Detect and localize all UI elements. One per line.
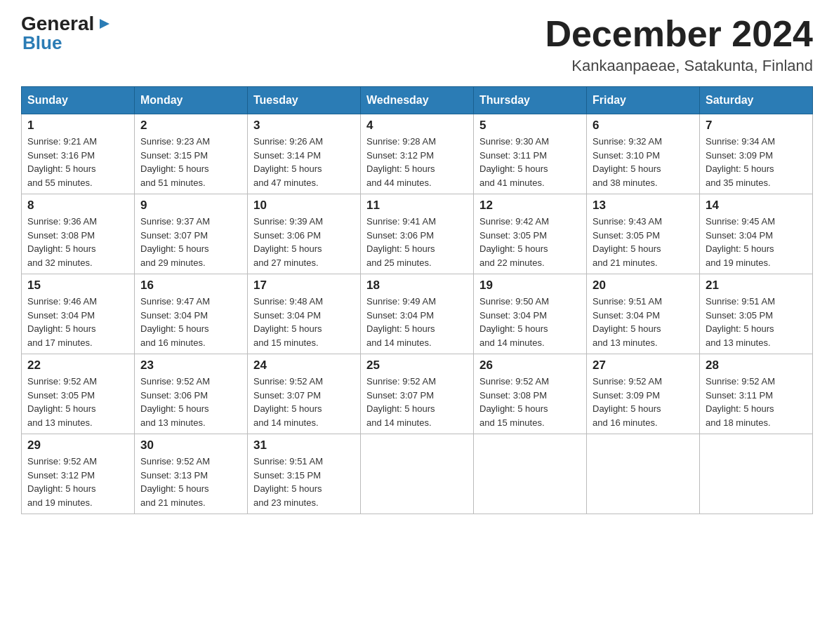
day-number: 17	[253, 279, 355, 293]
day-info: Sunrise: 9:52 AMSunset: 3:06 PMDaylight:…	[140, 375, 241, 429]
calendar-day-cell: 6Sunrise: 9:32 AMSunset: 3:10 PMDaylight…	[587, 114, 700, 194]
day-number: 22	[27, 358, 128, 373]
col-header-tuesday: Tuesday	[248, 87, 361, 114]
day-number: 28	[706, 358, 807, 373]
calendar-week-row: 22Sunrise: 9:52 AMSunset: 3:05 PMDayligh…	[22, 354, 813, 434]
empty-cell	[361, 434, 474, 514]
day-number: 24	[253, 358, 355, 373]
svg-marker-0	[100, 19, 110, 29]
day-number: 27	[593, 358, 694, 373]
col-header-saturday: Saturday	[700, 87, 813, 114]
day-number: 8	[27, 199, 128, 213]
day-number: 29	[27, 438, 128, 452]
day-info: Sunrise: 9:46 AMSunset: 3:04 PMDaylight:…	[27, 295, 128, 349]
day-info: Sunrise: 9:39 AMSunset: 3:06 PMDaylight:…	[253, 215, 355, 269]
day-number: 9	[140, 199, 241, 213]
logo: General Blue	[21, 14, 112, 52]
col-header-friday: Friday	[587, 87, 700, 114]
calendar-day-cell: 28Sunrise: 9:52 AMSunset: 3:11 PMDayligh…	[700, 354, 813, 434]
day-info: Sunrise: 9:52 AMSunset: 3:08 PMDaylight:…	[479, 375, 581, 429]
calendar-day-cell: 18Sunrise: 9:49 AMSunset: 3:04 PMDayligh…	[361, 274, 474, 354]
col-header-wednesday: Wednesday	[361, 87, 474, 114]
calendar-day-cell: 20Sunrise: 9:51 AMSunset: 3:04 PMDayligh…	[587, 274, 700, 354]
day-info: Sunrise: 9:28 AMSunset: 3:12 PMDaylight:…	[366, 135, 468, 189]
calendar-day-cell: 8Sunrise: 9:36 AMSunset: 3:08 PMDaylight…	[22, 194, 135, 274]
calendar-day-cell: 2Sunrise: 9:23 AMSunset: 3:15 PMDaylight…	[135, 114, 248, 194]
calendar-day-cell: 17Sunrise: 9:48 AMSunset: 3:04 PMDayligh…	[248, 274, 361, 354]
day-number: 23	[140, 358, 241, 373]
day-info: Sunrise: 9:52 AMSunset: 3:07 PMDaylight:…	[253, 375, 355, 429]
calendar-day-cell: 5Sunrise: 9:30 AMSunset: 3:11 PMDaylight…	[474, 114, 587, 194]
day-info: Sunrise: 9:32 AMSunset: 3:10 PMDaylight:…	[593, 135, 694, 189]
day-info: Sunrise: 9:37 AMSunset: 3:07 PMDaylight:…	[140, 215, 241, 269]
calendar-day-cell: 14Sunrise: 9:45 AMSunset: 3:04 PMDayligh…	[700, 194, 813, 274]
month-title: December 2024	[545, 14, 813, 54]
day-info: Sunrise: 9:26 AMSunset: 3:14 PMDaylight:…	[253, 135, 355, 189]
calendar-day-cell: 23Sunrise: 9:52 AMSunset: 3:06 PMDayligh…	[135, 354, 248, 434]
location-text: Kankaanpaeae, Satakunta, Finland	[545, 57, 813, 75]
calendar-day-cell: 25Sunrise: 9:52 AMSunset: 3:07 PMDayligh…	[361, 354, 474, 434]
calendar-day-cell: 31Sunrise: 9:51 AMSunset: 3:15 PMDayligh…	[248, 434, 361, 514]
day-info: Sunrise: 9:52 AMSunset: 3:13 PMDaylight:…	[140, 455, 241, 509]
page-header: General Blue December 2024 Kankaanpaeae,…	[21, 14, 813, 75]
calendar-header-row: SundayMondayTuesdayWednesdayThursdayFrid…	[22, 87, 813, 114]
day-number: 4	[366, 119, 468, 133]
logo-blue-text: Blue	[22, 34, 112, 52]
day-info: Sunrise: 9:52 AMSunset: 3:07 PMDaylight:…	[366, 375, 468, 429]
day-number: 5	[479, 119, 581, 133]
day-info: Sunrise: 9:51 AMSunset: 3:15 PMDaylight:…	[253, 455, 355, 509]
day-number: 18	[366, 279, 468, 293]
calendar-day-cell: 21Sunrise: 9:51 AMSunset: 3:05 PMDayligh…	[700, 274, 813, 354]
empty-cell	[474, 434, 587, 514]
day-info: Sunrise: 9:48 AMSunset: 3:04 PMDaylight:…	[253, 295, 355, 349]
day-info: Sunrise: 9:52 AMSunset: 3:11 PMDaylight:…	[706, 375, 807, 429]
day-info: Sunrise: 9:43 AMSunset: 3:05 PMDaylight:…	[593, 215, 694, 269]
day-info: Sunrise: 9:47 AMSunset: 3:04 PMDaylight:…	[140, 295, 241, 349]
calendar-week-row: 8Sunrise: 9:36 AMSunset: 3:08 PMDaylight…	[22, 194, 813, 274]
day-info: Sunrise: 9:49 AMSunset: 3:04 PMDaylight:…	[366, 295, 468, 349]
calendar-day-cell: 10Sunrise: 9:39 AMSunset: 3:06 PMDayligh…	[248, 194, 361, 274]
calendar-day-cell: 19Sunrise: 9:50 AMSunset: 3:04 PMDayligh…	[474, 274, 587, 354]
calendar-day-cell: 30Sunrise: 9:52 AMSunset: 3:13 PMDayligh…	[135, 434, 248, 514]
calendar-day-cell: 22Sunrise: 9:52 AMSunset: 3:05 PMDayligh…	[22, 354, 135, 434]
day-number: 1	[27, 119, 128, 133]
calendar-day-cell: 13Sunrise: 9:43 AMSunset: 3:05 PMDayligh…	[587, 194, 700, 274]
title-section: December 2024 Kankaanpaeae, Satakunta, F…	[545, 14, 813, 75]
day-info: Sunrise: 9:52 AMSunset: 3:12 PMDaylight:…	[27, 455, 128, 509]
day-number: 20	[593, 279, 694, 293]
day-number: 30	[140, 438, 241, 452]
day-number: 12	[479, 199, 581, 213]
day-number: 14	[706, 199, 807, 213]
day-number: 6	[593, 119, 694, 133]
col-header-monday: Monday	[135, 87, 248, 114]
day-info: Sunrise: 9:21 AMSunset: 3:16 PMDaylight:…	[27, 135, 128, 189]
calendar-day-cell: 15Sunrise: 9:46 AMSunset: 3:04 PMDayligh…	[22, 274, 135, 354]
col-header-sunday: Sunday	[22, 87, 135, 114]
calendar-day-cell: 12Sunrise: 9:42 AMSunset: 3:05 PMDayligh…	[474, 194, 587, 274]
logo-line1: General	[21, 14, 112, 34]
day-number: 3	[253, 119, 355, 133]
calendar-week-row: 29Sunrise: 9:52 AMSunset: 3:12 PMDayligh…	[22, 434, 813, 514]
day-info: Sunrise: 9:51 AMSunset: 3:04 PMDaylight:…	[593, 295, 694, 349]
day-number: 25	[366, 358, 468, 373]
day-info: Sunrise: 9:45 AMSunset: 3:04 PMDaylight:…	[706, 215, 807, 269]
day-info: Sunrise: 9:42 AMSunset: 3:05 PMDaylight:…	[479, 215, 581, 269]
calendar-day-cell: 24Sunrise: 9:52 AMSunset: 3:07 PMDayligh…	[248, 354, 361, 434]
day-number: 31	[253, 438, 355, 452]
day-info: Sunrise: 9:23 AMSunset: 3:15 PMDaylight:…	[140, 135, 241, 189]
day-info: Sunrise: 9:52 AMSunset: 3:05 PMDaylight:…	[27, 375, 128, 429]
day-info: Sunrise: 9:36 AMSunset: 3:08 PMDaylight:…	[27, 215, 128, 269]
day-info: Sunrise: 9:41 AMSunset: 3:06 PMDaylight:…	[366, 215, 468, 269]
day-info: Sunrise: 9:51 AMSunset: 3:05 PMDaylight:…	[706, 295, 807, 349]
calendar-day-cell: 26Sunrise: 9:52 AMSunset: 3:08 PMDayligh…	[474, 354, 587, 434]
day-number: 15	[27, 279, 128, 293]
day-number: 10	[253, 199, 355, 213]
day-info: Sunrise: 9:50 AMSunset: 3:04 PMDaylight:…	[479, 295, 581, 349]
day-number: 21	[706, 279, 807, 293]
day-number: 11	[366, 199, 468, 213]
day-number: 19	[479, 279, 581, 293]
calendar-day-cell: 4Sunrise: 9:28 AMSunset: 3:12 PMDaylight…	[361, 114, 474, 194]
calendar-table: SundayMondayTuesdayWednesdayThursdayFrid…	[21, 86, 813, 514]
calendar-day-cell: 29Sunrise: 9:52 AMSunset: 3:12 PMDayligh…	[22, 434, 135, 514]
day-number: 16	[140, 279, 241, 293]
